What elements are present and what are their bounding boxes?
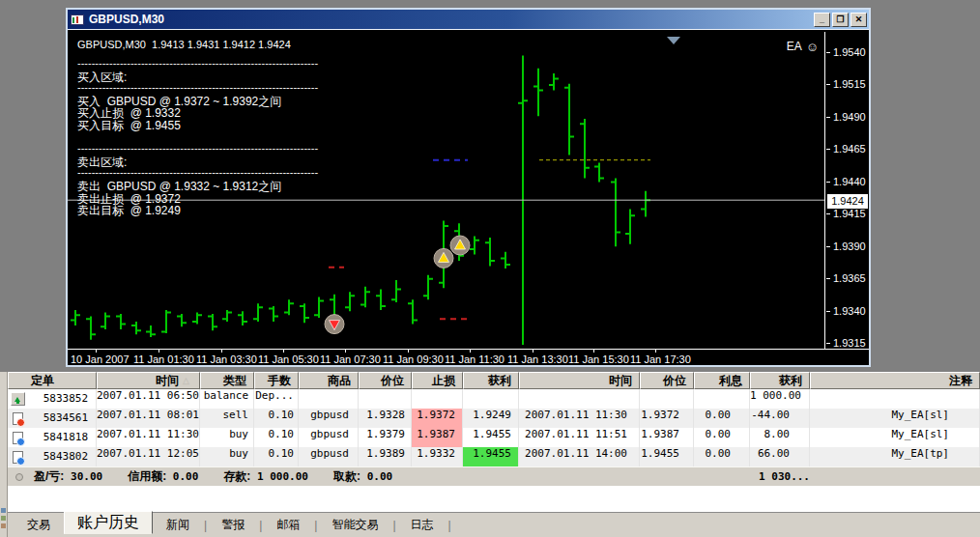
tab-separator: | — [204, 519, 207, 532]
cell: gbpusd — [299, 428, 359, 447]
summary-profit: 盈/亏: 30.00 — [34, 468, 102, 485]
chart-area[interactable]: GBPUSD,M30 1.9413 1.9431 1.9412 1.9424 -… — [68, 29, 869, 365]
table-row[interactable]: 58338522007.01.11 06:50balanceDep...1 00… — [8, 389, 980, 409]
column-header-1[interactable]: 定单 — [8, 372, 97, 389]
column-header-3[interactable]: 类型 — [200, 372, 254, 389]
cell — [640, 389, 694, 409]
ohlc-bar — [345, 292, 355, 311]
cell: 1.9379 — [359, 428, 412, 447]
tab-警报[interactable]: 警报 — [208, 513, 258, 537]
time-tick — [655, 350, 656, 353]
mini-icon — [1, 508, 6, 513]
cell: 1.9455 — [463, 428, 519, 447]
close-button[interactable]: ✕ — [850, 13, 867, 27]
history-table-header: 定单时间△类型手数商品价位止损获利时间价位利息获利注释 — [8, 372, 980, 389]
column-header-13[interactable]: 注释 — [810, 372, 980, 389]
cell: 2007.01.11 11:51 — [519, 428, 640, 447]
cell: 0.10 — [254, 447, 299, 466]
cell: 1.9332 — [412, 447, 463, 466]
cell: 1.9455 — [463, 447, 519, 466]
order-number: 5841818 — [23, 428, 96, 447]
chart-window-titlebar[interactable]: GBPUSD,M30 _ ❐ ✕ — [68, 10, 869, 29]
cell: 0.00 — [694, 409, 750, 428]
time-tick-label: 11 Jan 15:30 — [568, 353, 629, 365]
column-header-6[interactable]: 价位 — [359, 372, 412, 389]
cell: sell — [200, 409, 254, 428]
cell: buy — [200, 428, 254, 447]
time-tick-label: 11 Jan 07:30 — [320, 353, 381, 365]
timeline-down-arrow-icon — [667, 37, 680, 44]
cell: buy — [200, 447, 254, 466]
ohlc-bar — [253, 303, 263, 322]
restore-button[interactable]: ❐ — [832, 13, 849, 27]
ohlc-bar — [391, 280, 401, 302]
cell: My_EA[tp] — [810, 447, 980, 466]
summary-bullet-icon — [15, 473, 23, 481]
price-scale[interactable]: 1.95401.95151.94901.94651.94401.94151.93… — [825, 32, 869, 349]
ohlc-bar — [238, 311, 247, 325]
balance-order-icon — [11, 392, 25, 406]
cell: 0.10 — [254, 428, 299, 447]
column-header-label: 注释 — [811, 373, 979, 389]
time-tick-label: 10 Jan 2007 — [71, 353, 130, 365]
ohlc-bar — [86, 317, 96, 340]
mt4-workspace: GBPUSD,M30 _ ❐ ✕ GBPUSD,M30 1.9413 1.943… — [0, 0, 980, 537]
column-header-8[interactable]: 获利 — [463, 372, 519, 389]
column-header-label: 时间 — [520, 373, 639, 389]
table-row[interactable]: 58345612007.01.11 08:01sell0.10gbpusd1.9… — [8, 409, 980, 428]
column-header-7[interactable]: 止损 — [412, 372, 463, 389]
mini-icon — [1, 523, 6, 528]
ohlc-bar — [470, 237, 479, 255]
ohlc-bar — [564, 84, 574, 155]
ohlc-bar — [131, 322, 141, 334]
ohlc-bar — [625, 210, 635, 244]
tab-交易[interactable]: 交易 — [14, 513, 64, 537]
cell: 1.9328 — [359, 409, 412, 428]
tab-账户历史[interactable]: 账户历史 — [64, 511, 153, 534]
order-number: 5843802 — [23, 447, 96, 466]
price-tick-label: 1.9515 — [825, 77, 866, 91]
cell: 2007.01.11 11:30 — [97, 428, 200, 447]
annotation-separator: ----------------------------------------… — [77, 166, 336, 178]
cell: 2007.01.11 14:00 — [519, 447, 640, 466]
mini-icon — [1, 516, 6, 521]
ohlc-bar — [408, 299, 418, 324]
time-axis[interactable]: 10 Jan 200711 Jan 01:3011 Jan 03:3011 Ja… — [68, 349, 869, 366]
buy-order-icon — [13, 451, 23, 464]
table-row[interactable]: 58438022007.01.11 12:05buy0.10gbpusd1.93… — [8, 447, 980, 466]
current-price-tag: 1.9424 — [827, 194, 868, 209]
tab-日志[interactable]: 日志 — [397, 513, 447, 537]
ohlc-info-line: GBPUSD,M30 1.9413 1.9431 1.9412 1.9424 — [77, 39, 291, 50]
time-tick-label: 11 Jan 01:30 — [133, 353, 194, 365]
cell: 0.10 — [254, 409, 299, 428]
price-tick-label: 1.9365 — [825, 271, 866, 285]
cell: 1.9387 — [412, 428, 463, 447]
tab-智能交易[interactable]: 智能交易 — [318, 513, 391, 537]
column-header-11[interactable]: 利息 — [694, 372, 750, 389]
time-tick — [533, 350, 533, 353]
cell: 2007.01.11 12:05 — [97, 447, 200, 466]
column-header-2[interactable]: 时间△ — [97, 372, 200, 389]
column-header-10[interactable]: 价位 — [640, 372, 694, 389]
ohlc-bar — [549, 73, 559, 90]
column-header-5[interactable]: 商品 — [299, 372, 359, 389]
table-row[interactable]: 58418182007.01.11 11:30buy0.10gbpusd1.93… — [8, 428, 980, 447]
tab-新闻[interactable]: 新闻 — [153, 513, 203, 537]
column-header-12[interactable]: 获利 — [750, 372, 810, 389]
time-tick — [221, 350, 222, 353]
cell: 1.9372 — [640, 409, 694, 428]
order-cell: 5841818 — [8, 428, 97, 447]
ohlc-bar — [641, 191, 650, 217]
column-header-4[interactable]: 手数 — [254, 372, 299, 389]
cell — [359, 389, 412, 409]
summary-withdrawal: 取款: 0.00 — [333, 468, 392, 485]
minimize-button[interactable]: _ — [814, 13, 830, 27]
column-header-label: 定单 — [9, 373, 96, 389]
summary-deposit: 存款: 1 000.00 — [223, 468, 308, 485]
ea-label: EA — [787, 40, 802, 53]
cell: 0.00 — [694, 447, 750, 466]
column-header-9[interactable]: 时间 — [519, 372, 640, 389]
cell: 1 000.00 — [750, 389, 810, 409]
annotation-line: 买入目标 @ 1.9455 — [77, 118, 336, 134]
tab-邮箱[interactable]: 邮箱 — [263, 513, 313, 537]
